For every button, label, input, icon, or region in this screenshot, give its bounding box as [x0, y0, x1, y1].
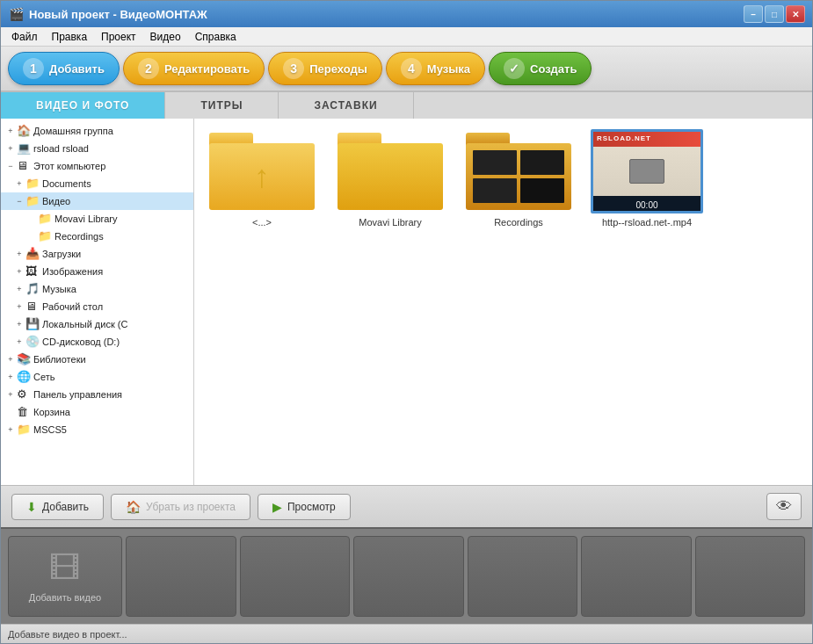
video-site-preview: RSLOAD.NET — [593, 129, 700, 196]
tab-video-photo[interactable]: ВИДЕО И ФОТО — [1, 92, 165, 119]
content-tabs: ВИДЕО И ФОТО ТИТРЫ ЗАСТАВКИ — [1, 92, 812, 119]
music-icon: 🎵 — [25, 282, 40, 296]
add-to-project-button[interactable]: ⬇ Добавить — [11, 494, 104, 520]
timeline-slot-1[interactable] — [126, 536, 236, 617]
video-site-logo: RSLOAD.NET — [597, 134, 651, 142]
tab-screensavers[interactable]: ЗАСТАВКИ — [279, 92, 413, 119]
step-add-button[interactable]: 1 Добавить — [8, 52, 120, 85]
timeline-slot-4[interactable] — [468, 536, 578, 617]
video-laptop — [629, 159, 664, 184]
movavi-folder-icon-large — [338, 133, 443, 210]
folder-up-item[interactable]: ↑ <...> — [205, 129, 319, 228]
tree-item-recordings[interactable]: + 📁 Recordings — [1, 228, 193, 245]
libraries-icon: 📚 — [17, 352, 31, 366]
menu-help[interactable]: Справка — [188, 29, 243, 45]
step-edit-button[interactable]: 2 Редактировать — [123, 52, 265, 85]
expand-rsload[interactable]: + — [4, 142, 17, 155]
expand-music[interactable]: + — [13, 283, 25, 295]
expand-mscs5[interactable]: + — [4, 423, 17, 436]
step-1-label: Добавить — [49, 62, 105, 76]
status-text: Добавьте видео в проект... — [8, 629, 127, 640]
control-panel-icon: ⚙ — [17, 387, 31, 402]
minimize-button[interactable]: – — [744, 5, 763, 23]
thispc-icon: 🖥 — [17, 159, 31, 173]
expand-images[interactable]: + — [13, 265, 25, 278]
menu-project[interactable]: Проект — [94, 29, 143, 45]
expand-downloads[interactable]: + — [13, 248, 25, 260]
expand-thispc[interactable]: − — [4, 160, 17, 172]
step-transitions-button[interactable]: 3 Переходы — [268, 52, 382, 85]
video-file-item[interactable]: RSLOAD.NET 00:00 — [590, 129, 704, 228]
recordings-item[interactable]: Recordings — [461, 129, 576, 228]
movavi-library-item[interactable]: Movavi Library — [333, 129, 447, 228]
tree-label-control-panel: Панель управления — [33, 389, 122, 400]
tree-item-trash[interactable]: + 🗑 Корзина — [1, 403, 193, 421]
tree-item-music[interactable]: + 🎵 Музыка — [1, 280, 193, 298]
eye-button[interactable]: 👁 — [766, 493, 802, 520]
file-tree[interactable]: + 🏠 Домашняя группа + 💻 rsload rsload − … — [1, 119, 194, 485]
tree-item-control-panel[interactable]: + ⚙ Панель управления — [1, 386, 193, 403]
video-site-header: RSLOAD.NET — [593, 129, 700, 147]
toolbar: 1 Добавить 2 Редактировать 3 Переходы 4 … — [1, 47, 812, 92]
menu-video[interactable]: Видео — [143, 29, 188, 45]
tree-item-homegroup[interactable]: + 🏠 Домашняя группа — [1, 122, 193, 140]
tree-item-video[interactable]: − 📁 Видео — [1, 192, 193, 210]
timeline-slot-2[interactable] — [240, 536, 351, 617]
expand-documents[interactable]: + — [13, 177, 25, 190]
rec-block-4 — [520, 178, 564, 203]
rec-block-2 — [520, 150, 564, 175]
step-5-number: ✓ — [504, 58, 525, 79]
tree-item-rsload[interactable]: + 💻 rsload rsload — [1, 140, 193, 157]
tree-item-documents[interactable]: + 📁 Documents — [1, 175, 193, 192]
expand-cd-drive[interactable]: + — [13, 336, 25, 348]
tree-item-downloads[interactable]: + 📥 Загрузки — [1, 245, 193, 263]
menu-file[interactable]: Файл — [4, 29, 45, 45]
video-thumbnail: RSLOAD.NET 00:00 — [593, 129, 700, 213]
titlebar: 🎬 Новый проект - ВидеоМОНТАЖ – □ ✕ — [1, 1, 812, 27]
tree-item-images[interactable]: + 🖼 Изображения — [1, 263, 193, 280]
remove-from-project-button[interactable]: 🏠 Убрать из проекта — [111, 494, 250, 520]
tree-label-music: Музыка — [42, 284, 76, 294]
maximize-button[interactable]: □ — [765, 5, 784, 23]
expand-video[interactable]: − — [13, 195, 25, 207]
tree-item-local-disk[interactable]: + 💾 Локальный диск (C — [1, 315, 193, 333]
expand-control-panel[interactable]: + — [4, 388, 17, 401]
add-video-slot[interactable]: 🎞 Добавить видео — [8, 536, 122, 617]
movavi-library-label: Movavi Library — [359, 217, 422, 228]
tree-item-thispc[interactable]: − 🖥 Этот компьютер — [1, 157, 193, 175]
step-music-button[interactable]: 4 Музыка — [386, 52, 485, 85]
downloads-icon: 📥 — [25, 247, 40, 261]
timeline-slot-6[interactable] — [695, 536, 806, 617]
expand-homegroup[interactable]: + — [4, 125, 17, 137]
step-create-button[interactable]: ✓ Создать — [489, 52, 592, 85]
expand-network[interactable]: + — [4, 371, 17, 383]
expand-local-disk[interactable]: + — [13, 318, 25, 330]
file-grid: ↑ <...> Movavi Library — [205, 129, 802, 228]
homegroup-icon: 🏠 — [17, 124, 31, 138]
recordings-thumb — [462, 129, 575, 213]
timeline-slot-5[interactable] — [581, 536, 692, 617]
recordings-folder-icon: 📁 — [38, 229, 52, 243]
tab-titles[interactable]: ТИТРЫ — [165, 92, 279, 119]
step-1-number: 1 — [23, 58, 44, 79]
tree-item-mscs5[interactable]: + 📁 MSCS5 — [1, 421, 193, 438]
expand-libraries[interactable]: + — [4, 353, 17, 365]
tree-label-trash: Корзина — [33, 407, 70, 417]
expand-desktop[interactable]: + — [13, 300, 25, 313]
step-3-label: Переходы — [309, 62, 367, 76]
movavi-library-thumb — [334, 129, 446, 213]
tree-item-movavi-library[interactable]: + 📁 Movavi Library — [1, 210, 193, 228]
timeline-slot-3[interactable] — [353, 536, 464, 617]
close-button[interactable]: ✕ — [786, 5, 805, 23]
tree-item-network[interactable]: + 🌐 Сеть — [1, 368, 193, 386]
tree-label-downloads: Загрузки — [42, 249, 81, 259]
action-bar: ⬇ Добавить 🏠 Убрать из проекта ▶ Просмот… — [1, 485, 812, 527]
preview-button[interactable]: ▶ Просмотр — [258, 494, 351, 520]
tree-item-desktop[interactable]: + 🖥 Рабочий стол — [1, 298, 193, 315]
menu-edit[interactable]: Правка — [45, 29, 95, 45]
tree-item-libraries[interactable]: + 📚 Библиотеки — [1, 351, 193, 368]
video-folder-icon: 📁 — [25, 194, 40, 208]
tree-label-local-disk: Локальный диск (C — [42, 319, 127, 329]
preview-button-label: Просмотр — [287, 501, 336, 513]
tree-item-cd-drive[interactable]: + 💿 CD-дисковод (D:) — [1, 333, 193, 351]
